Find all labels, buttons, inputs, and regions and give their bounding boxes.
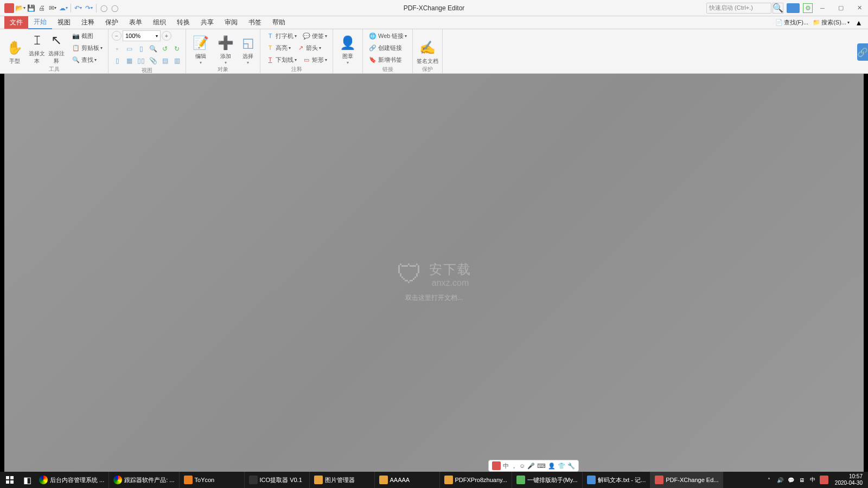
tray-net-icon[interactable]: 🖥 bbox=[798, 476, 806, 484]
close-button[interactable]: ✕ bbox=[851, 2, 868, 15]
undo-icon[interactable]: ↶▾ bbox=[73, 3, 83, 13]
ui-lang-button[interactable] bbox=[787, 3, 800, 13]
menu-convert[interactable]: 转换 bbox=[171, 16, 195, 29]
search-button[interactable]: 🔍 bbox=[773, 3, 783, 14]
taskbar-item[interactable]: AAAAA bbox=[375, 472, 440, 488]
tray-up-icon[interactable]: ˄ bbox=[765, 476, 773, 484]
find-link[interactable]: 📄查找(F)... bbox=[775, 18, 808, 27]
zoom-value-input[interactable]: 100%▾ bbox=[123, 30, 161, 41]
tray-ime-icon[interactable]: 中 bbox=[809, 476, 816, 484]
fit-page-icon[interactable]: ▫ bbox=[112, 43, 123, 54]
quick-launch-input[interactable]: 快速启动 (Ctrl+.) bbox=[706, 3, 771, 14]
highlight-icon: T bbox=[266, 43, 275, 52]
open-icon[interactable]: 📂▾ bbox=[15, 3, 25, 13]
cursor-icon: ↖ bbox=[48, 31, 65, 49]
tray-msg-icon[interactable]: 💬 bbox=[787, 476, 795, 484]
minimize-button[interactable]: ─ bbox=[814, 2, 831, 15]
task-view-button[interactable]: ◧ bbox=[20, 472, 35, 488]
find-button[interactable]: 🔍查找▾ bbox=[69, 54, 105, 65]
taskbar-item[interactable]: 一键排版助手(My... bbox=[512, 472, 583, 488]
menu-comment[interactable]: 注释 bbox=[76, 16, 100, 29]
underline-button[interactable]: T下划线▾ bbox=[264, 54, 299, 65]
arrow-button[interactable]: ↗箭头▾ bbox=[294, 42, 323, 53]
attach-icon[interactable]: 📎 bbox=[148, 55, 158, 66]
maximize-button[interactable]: ▢ bbox=[832, 2, 850, 15]
menu-start[interactable]: 开始 bbox=[28, 16, 52, 29]
ime-floating-bar[interactable]: 中 ， ☺ 🎤 ⌨ 👤 👕 🔧 bbox=[488, 460, 579, 472]
taskbar-item[interactable]: ToYcon bbox=[180, 472, 245, 488]
snapshot-button[interactable]: 📷截图 bbox=[69, 30, 105, 41]
rotate-cw-icon[interactable]: ↻ bbox=[171, 43, 182, 54]
taskbar-item[interactable]: 图片管理器 bbox=[310, 472, 375, 488]
stamp-button[interactable]: 👤 图章 ▾ bbox=[336, 30, 359, 65]
print-icon[interactable]: 🖨 bbox=[37, 3, 47, 13]
continuous-icon[interactable]: ▦ bbox=[124, 55, 135, 66]
ime-user-icon[interactable]: 👤 bbox=[548, 463, 556, 470]
camera-icon: 📷 bbox=[72, 31, 80, 40]
add-button[interactable]: ➕ 添加 ▾ bbox=[214, 30, 237, 65]
layout-icon[interactable]: ▤ bbox=[159, 55, 170, 66]
menu-file[interactable]: 文件 bbox=[4, 16, 28, 29]
app-title: PDF-XChange Editor bbox=[404, 4, 465, 12]
clipboard-button[interactable]: 📋剪贴板▾ bbox=[69, 42, 105, 53]
menu-protect[interactable]: 保护 bbox=[100, 16, 124, 29]
search-link[interactable]: 📁搜索(S)...▾ bbox=[813, 18, 850, 27]
mail-icon[interactable]: ✉▾ bbox=[48, 3, 58, 13]
select-text-button[interactable]: 𝙸 选择文本 bbox=[28, 30, 46, 65]
menu-form[interactable]: 表单 bbox=[124, 16, 148, 29]
taskbar-item[interactable]: 跟踪器软件产品: ... bbox=[109, 472, 179, 488]
forward-icon[interactable]: ◯ bbox=[110, 3, 119, 13]
back-icon[interactable]: ◯ bbox=[99, 3, 108, 13]
zoom-out-button[interactable]: − bbox=[112, 31, 122, 41]
add-bookmark-button[interactable]: 🔖新增书签 bbox=[366, 54, 409, 65]
taskbar-item[interactable]: ICO提取器 V0.1 bbox=[245, 472, 310, 488]
typewriter-icon: T bbox=[266, 31, 275, 40]
note-button[interactable]: 💬便签▾ bbox=[300, 30, 329, 41]
start-button[interactable] bbox=[0, 472, 20, 488]
menu-review[interactable]: 审阅 bbox=[219, 16, 243, 29]
typewriter-button[interactable]: T打字机▾ bbox=[264, 30, 299, 41]
save-icon[interactable]: 💾 bbox=[26, 3, 36, 13]
collapse-ribbon-button[interactable]: ▴ bbox=[854, 18, 864, 28]
ime-keyboard-icon[interactable]: ⌨ bbox=[537, 463, 546, 470]
menu-view[interactable]: 视图 bbox=[52, 16, 76, 29]
menu-share[interactable]: 共享 bbox=[195, 16, 219, 29]
ime-skin-icon[interactable]: 👕 bbox=[558, 463, 565, 470]
tray-sogou-icon[interactable] bbox=[820, 476, 828, 484]
ime-tool-icon[interactable]: 🔧 bbox=[567, 463, 575, 470]
taskbar-item[interactable]: 解码文本.txt - 记... bbox=[583, 472, 651, 488]
menu-bookmark[interactable]: 书签 bbox=[243, 16, 267, 29]
clipboard-icon: 📋 bbox=[72, 43, 80, 52]
sign-button[interactable]: ✍ 签名文档 bbox=[416, 30, 439, 65]
select-annot-button[interactable]: ↖ 选择注释 bbox=[48, 30, 65, 65]
document-canvas[interactable]: 🛡 安下载 anxz.com 双击这里打开文档... bbox=[4, 74, 864, 488]
taskbar-item[interactable]: 后台内容管理系统 ... bbox=[35, 472, 109, 488]
web-link-button[interactable]: 🌐Web 链接▾ bbox=[366, 30, 409, 41]
cloud-icon[interactable]: ☁▾ bbox=[59, 3, 68, 13]
select-obj-button[interactable]: ◱ 选择 ▾ bbox=[239, 30, 257, 65]
ime-mic-icon[interactable]: 🎤 bbox=[527, 463, 535, 470]
taskbar-clock[interactable]: 10:57 2020-04-30 bbox=[832, 473, 866, 486]
hand-tool-button[interactable]: ✋ 手型 bbox=[3, 30, 26, 65]
ime-smile-icon[interactable]: ☺ bbox=[519, 463, 525, 469]
single-page-icon[interactable]: ▯ bbox=[112, 55, 123, 66]
zoom-in-button[interactable]: + bbox=[162, 31, 171, 41]
fit-width-icon[interactable]: ▭ bbox=[124, 43, 135, 54]
rotate-ccw-icon[interactable]: ↺ bbox=[159, 43, 170, 54]
create-link-button[interactable]: 🔗创建链接 bbox=[366, 42, 409, 53]
layout2-icon[interactable]: ▥ bbox=[171, 55, 182, 66]
menu-organize[interactable]: 组织 bbox=[148, 16, 171, 29]
edit-button[interactable]: 📝 编辑 ▾ bbox=[189, 30, 212, 65]
tray-volume-icon[interactable]: 🔊 bbox=[776, 476, 784, 484]
zoom-region-icon[interactable]: 🔍 bbox=[148, 43, 158, 54]
ui-options-icon[interactable]: ⚙ bbox=[803, 3, 813, 13]
redo-icon[interactable]: ↷▾ bbox=[84, 3, 94, 13]
taskbar-item[interactable]: PDF-XChange Ed... bbox=[650, 472, 723, 488]
two-page-icon[interactable]: ▯▯ bbox=[136, 55, 146, 66]
side-panel-toggle[interactable]: 🔗 bbox=[857, 43, 868, 61]
taskbar-item[interactable]: PDFXPro8zhuany... bbox=[440, 472, 512, 488]
menu-help[interactable]: 帮助 bbox=[267, 16, 291, 29]
rect-button[interactable]: ▭矩形▾ bbox=[300, 54, 329, 65]
highlight-button[interactable]: T高亮▾ bbox=[264, 42, 293, 53]
actual-size-icon[interactable]: ▯ bbox=[136, 43, 146, 54]
